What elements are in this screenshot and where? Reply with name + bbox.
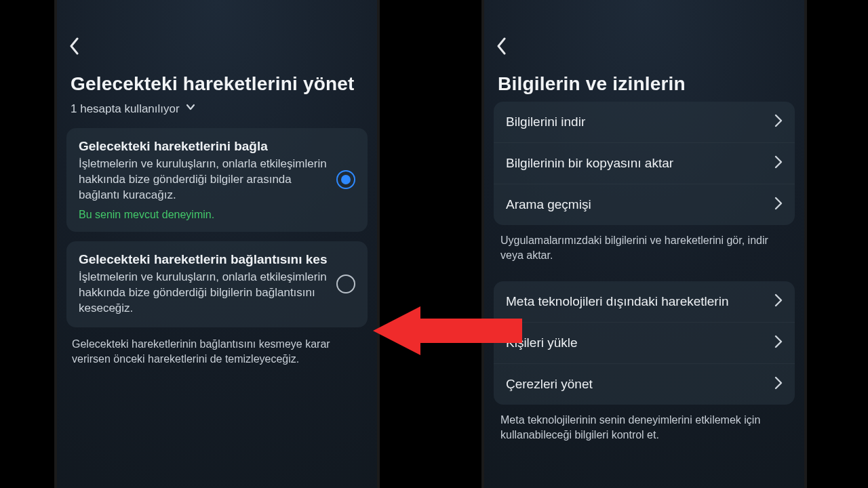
option-connect[interactable]: Gelecekteki hareketlerini bağla İşletmel… — [66, 128, 368, 232]
option-connect-body: İşletmelerin ve kuruluşların, onlarla et… — [79, 157, 328, 203]
chevron-left-icon — [69, 37, 80, 58]
page-title: Gelecekteki hareketlerini yönet — [71, 73, 363, 95]
phone-right-inner: Bilgilerin ve izinlerin Bilgilerini indi… — [484, 19, 804, 443]
chevron-right-icon — [774, 155, 783, 171]
option-disconnect-text: Gelecekteki hareketlerin bağlantısını ke… — [79, 252, 328, 317]
option-disconnect-body: İşletmelerin ve kuruluşların, onlarla et… — [79, 270, 328, 317]
chevron-left-icon — [496, 37, 507, 58]
option-disconnect[interactable]: Gelecekteki hareketlerin bağlantısını ke… — [66, 241, 368, 327]
row-off-meta-activity[interactable]: Meta teknolojileri dışındaki hareketleri… — [494, 281, 795, 322]
row-label: Çerezleri yönet — [506, 377, 593, 392]
page-title: Bilgilerin ve izinlerin — [498, 73, 791, 95]
row-label: Meta teknolojileri dışındaki hareketleri… — [506, 294, 728, 309]
row-label: Arama geçmişi — [506, 197, 591, 212]
row-label: Bilgilerinin bir kopyasını aktar — [506, 156, 673, 171]
chevron-down-icon — [185, 102, 196, 116]
option-disconnect-title: Gelecekteki hareketlerin bağlantısını ke… — [79, 252, 328, 267]
phone-left: Gelecekteki hareketlerini yönet 1 hesapt… — [54, 0, 380, 488]
back-button[interactable] — [69, 35, 94, 60]
chevron-right-icon — [774, 376, 783, 392]
row-upload-contacts[interactable]: Kişileri yükle — [494, 322, 795, 363]
row-search-history[interactable]: Arama geçmişi — [494, 184, 795, 225]
chevron-right-icon — [774, 293, 783, 310]
stage: Gelecekteki hareketlerini yönet 1 hesapt… — [0, 0, 868, 488]
group-caption: Meta teknolojilerinin senin deneyimlerin… — [500, 413, 788, 443]
list-group-controls: Meta teknolojileri dışındaki hareketleri… — [494, 281, 795, 405]
row-label: Kişileri yükle — [506, 336, 578, 350]
chevron-right-icon — [774, 114, 783, 130]
row-download-info[interactable]: Bilgilerini indir — [494, 102, 795, 142]
option-connect-title: Gelecekteki hareketlerini bağla — [79, 139, 328, 154]
chevron-right-icon — [774, 197, 783, 213]
chevron-right-icon — [774, 335, 783, 351]
option-connect-note: Bu senin mevcut deneyimin. — [79, 209, 328, 221]
group-caption: Uygulamalarımızdaki bilgilerini ve harek… — [500, 233, 788, 264]
row-manage-cookies[interactable]: Çerezleri yönet — [494, 363, 795, 405]
row-label: Bilgilerini indir — [506, 115, 585, 129]
account-scope-dropdown[interactable]: 1 hesapta kullanılıyor — [71, 102, 196, 116]
account-scope-label: 1 hesapta kullanılıyor — [71, 102, 180, 116]
phone-left-inner: Gelecekteki hareketlerini yönet 1 hesapt… — [57, 19, 377, 367]
radio-unselected-icon — [336, 274, 355, 293]
back-button[interactable] — [496, 35, 521, 60]
list-group-info: Bilgilerini indir Bilgilerinin bir kopya… — [494, 102, 795, 225]
row-transfer-copy[interactable]: Bilgilerinin bir kopyasını aktar — [494, 142, 795, 184]
phone-right: Bilgilerin ve izinlerin Bilgilerini indi… — [481, 0, 807, 488]
option-connect-text: Gelecekteki hareketlerini bağla İşletmel… — [79, 139, 328, 221]
radio-selected-icon — [336, 170, 355, 189]
footnote-text: Gelecekteki hareketlerinin bağlantısını … — [72, 337, 362, 367]
